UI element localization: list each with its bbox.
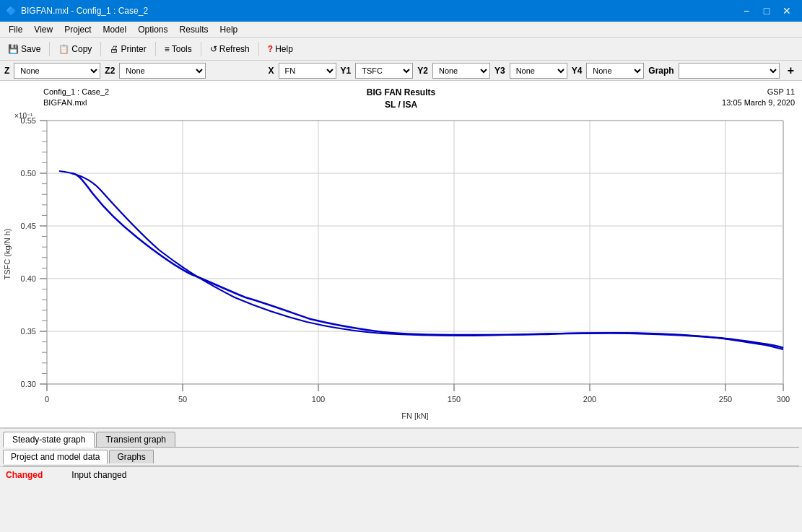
copy-label: Copy — [71, 44, 92, 54]
z-axis-select[interactable]: None — [14, 63, 100, 79]
help-label: Help — [275, 44, 293, 54]
z2-axis-select[interactable]: None — [119, 63, 206, 79]
refresh-button[interactable]: ↺ Refresh — [205, 40, 255, 58]
chart-curve — [0, 81, 802, 427]
y3-axis-select[interactable]: None — [510, 63, 567, 79]
help-icon: ? — [268, 44, 273, 54]
close-button[interactable]: ✕ — [777, 1, 796, 20]
status-bar: Changed Input changed — [0, 466, 802, 482]
menu-file[interactable]: File — [3, 23, 28, 36]
toolbar: 💾 Save 📋 Copy 🖨 Printer ≡ Tools ↺ Refres… — [0, 38, 802, 61]
toolbar-sep-3 — [155, 42, 156, 56]
menu-results[interactable]: Results — [174, 23, 214, 36]
toolbar-sep-4 — [201, 42, 201, 56]
toolbar-sep-2 — [100, 42, 101, 56]
toolbar-sep-5 — [258, 42, 259, 56]
save-icon: 💾 — [8, 44, 19, 54]
y4-axis-select[interactable]: None — [586, 63, 644, 79]
sub-tab-graphs[interactable]: Graphs — [109, 450, 153, 463]
y2-axis-label: Y2 — [416, 66, 430, 76]
graph-container: Config_1 : Case_2 BIGFAN.mxl BIG FAN Res… — [0, 81, 802, 427]
z-axis-label: Z — [3, 66, 11, 76]
y4-axis-label: Y4 — [570, 66, 584, 76]
x-axis-label: X — [267, 66, 276, 76]
save-label: Save — [21, 44, 40, 54]
y1-axis-select[interactable]: TSFC — [355, 63, 413, 79]
minimize-button[interactable]: − — [737, 1, 756, 20]
graph-label: Graph — [647, 66, 675, 76]
main-tabs-row: Steady-state graph Transient graph — [0, 429, 802, 447]
menu-model[interactable]: Model — [97, 23, 133, 36]
axis-row: Z None Z2 None X FN Y1 TSFC Y2 None Y3 N… — [0, 61, 802, 81]
tab-steady-state[interactable]: Steady-state graph — [3, 432, 95, 448]
app-icon: 🔷 — [6, 6, 17, 16]
y2-axis-select[interactable]: None — [432, 63, 490, 79]
status-input-changed: Input changed — [71, 470, 126, 480]
tab-transient[interactable]: Transient graph — [96, 432, 175, 447]
menu-view[interactable]: View — [28, 23, 58, 36]
tools-icon: ≡ — [165, 44, 170, 54]
graph-select[interactable] — [679, 63, 780, 79]
menu-options[interactable]: Options — [132, 23, 173, 36]
bottom-section: Steady-state graph Transient graph Proje… — [0, 427, 802, 466]
save-button[interactable]: 💾 Save — [3, 40, 45, 58]
printer-icon: 🖨 — [110, 44, 118, 54]
printer-label: Printer — [121, 44, 146, 54]
sub-tabs-row: Project and model data Graphs — [0, 448, 802, 463]
y3-axis-label: Y3 — [493, 66, 507, 76]
restore-button[interactable]: □ — [757, 1, 776, 20]
copy-icon: 📋 — [58, 44, 69, 54]
title-text: BIGFAN.mxl - Config_1 : Case_2 — [21, 6, 148, 16]
menu-bar: File View Project Model Options Results … — [0, 22, 802, 38]
help-button[interactable]: ? Help — [263, 40, 298, 58]
add-graph-button[interactable]: + — [783, 61, 799, 80]
tools-button[interactable]: ≡ Tools — [160, 40, 197, 58]
copy-button[interactable]: 📋 Copy — [53, 40, 97, 58]
y1-axis-label: Y1 — [339, 66, 353, 76]
menu-help[interactable]: Help — [214, 23, 244, 36]
refresh-icon: ↺ — [210, 44, 217, 54]
sub-tab-project[interactable]: Project and model data — [3, 450, 108, 464]
refresh-label: Refresh — [219, 44, 250, 54]
toolbar-sep-1 — [49, 42, 50, 56]
x-axis-select[interactable]: FN — [279, 63, 336, 79]
status-changed: Changed — [6, 470, 43, 480]
menu-project[interactable]: Project — [58, 23, 97, 36]
title-bar: 🔷 BIGFAN.mxl - Config_1 : Case_2 − □ ✕ — [0, 0, 802, 22]
z2-axis-label: Z2 — [103, 66, 116, 76]
printer-button[interactable]: 🖨 Printer — [105, 40, 151, 58]
tools-label: Tools — [172, 44, 192, 54]
